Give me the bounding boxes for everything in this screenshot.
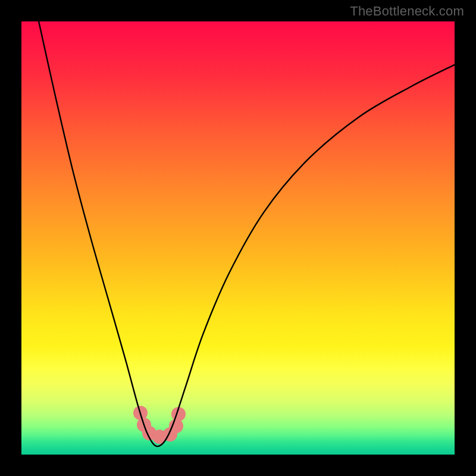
- watermark-label: TheBottleneck.com: [350, 4, 464, 19]
- chart-frame: TheBottleneck.com: [0, 0, 476, 476]
- background-gradient: [21, 21, 455, 455]
- plot-area: [21, 21, 455, 455]
- svg-rect-0: [21, 21, 455, 455]
